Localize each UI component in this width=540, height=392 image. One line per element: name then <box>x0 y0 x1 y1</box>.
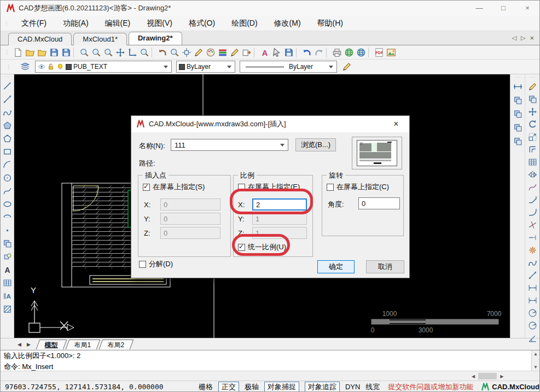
screen-save-icon[interactable] <box>283 46 295 58</box>
scale-y-field[interactable]: 1 <box>252 213 307 225</box>
document-tab[interactable]: CAD.MxCloud <box>8 33 72 45</box>
export-view-icon[interactable] <box>241 46 253 58</box>
array-icon[interactable] <box>527 156 538 168</box>
rotate-icon[interactable] <box>527 119 538 130</box>
polygon-icon[interactable] <box>2 133 13 144</box>
text-icon[interactable] <box>2 264 13 276</box>
scroll-right-icon[interactable]: ▶ <box>500 374 503 379</box>
order-above-icon[interactable] <box>512 122 524 133</box>
order-bring-front-icon[interactable] <box>512 95 524 106</box>
undo-icon[interactable] <box>301 46 313 58</box>
ucs-axis-icon[interactable] <box>126 46 138 58</box>
lineweight-pen-icon[interactable] <box>229 46 241 58</box>
zoom-in-icon[interactable] <box>90 46 102 58</box>
minimize-button[interactable]: — <box>467 1 491 16</box>
menu-item[interactable]: 修改(M) <box>266 17 309 30</box>
uniform-scale-checkbox[interactable] <box>238 244 245 251</box>
feedback-link[interactable]: 提交软件问题或增加新功能 <box>388 382 473 392</box>
layout-scroll-left-icon[interactable]: ◀ <box>15 342 24 347</box>
zoom-all-icon[interactable] <box>102 46 114 58</box>
rotation-onscreen-checkbox[interactable] <box>327 184 334 191</box>
close-button[interactable]: × <box>515 1 539 16</box>
select-brush-icon[interactable] <box>271 46 283 58</box>
fillet-icon[interactable] <box>527 207 538 218</box>
dim-linear-icon[interactable] <box>527 282 538 294</box>
hatch-icon[interactable] <box>2 303 13 315</box>
print-icon[interactable] <box>331 46 343 58</box>
maximize-button[interactable]: □ <box>491 1 515 16</box>
angle-field[interactable]: 0 <box>358 197 400 209</box>
dim-aligned-icon[interactable] <box>527 295 538 306</box>
object-grips-icon[interactable] <box>512 81 524 92</box>
horizontal-scrollbar[interactable]: ◀ ▶ <box>472 372 532 380</box>
polyline-icon[interactable] <box>2 107 13 118</box>
command-scrollbar[interactable]: ▲ ▼ <box>531 350 539 371</box>
layer-manager-icon[interactable] <box>20 61 31 73</box>
order-below-icon[interactable] <box>512 136 524 147</box>
dialog-title-bar[interactable]: CAD.MxCloud-[www.mxdraw3d.com]-[插入] × <box>131 116 409 132</box>
insert-y-field[interactable]: 0 <box>160 213 220 225</box>
sketch-pen-icon[interactable] <box>193 46 205 58</box>
tab-scroll-left-icon[interactable]: ◁ <box>512 34 516 42</box>
menu-item[interactable]: 绘图(D) <box>223 17 265 30</box>
command-line-panel[interactable]: 输入比例因子<1.000>: 2 命令: Mx_Insert ▲ ▼ <box>1 350 539 371</box>
polyline-edit-icon[interactable] <box>527 182 538 193</box>
open-website-icon[interactable] <box>355 46 367 58</box>
status-toggle[interactable]: DYN <box>345 383 360 391</box>
status-toggle[interactable]: 对象追踪 <box>305 382 340 392</box>
ellipse-icon[interactable] <box>2 198 13 210</box>
zoom-extents-icon[interactable] <box>78 46 90 58</box>
revision-cloud-icon[interactable] <box>527 257 538 268</box>
menu-item[interactable]: 格式(O) <box>181 17 223 30</box>
construction-line-icon[interactable] <box>2 93 13 105</box>
color-dropdown[interactable]: ByLayer <box>176 61 235 73</box>
new-file-icon[interactable] <box>12 46 24 58</box>
zoom-window-icon[interactable] <box>138 46 150 58</box>
menu-item[interactable]: 视图(V) <box>138 17 181 30</box>
scroll-down-icon[interactable]: ▼ <box>533 365 538 370</box>
layer-dropdown[interactable]: PUB_TEXT <box>35 61 172 73</box>
status-toggle[interactable]: 正交 <box>218 382 239 392</box>
ellipse-arc-icon[interactable] <box>2 212 13 223</box>
point-icon[interactable] <box>2 225 13 236</box>
status-toggle[interactable]: 极轴 <box>245 382 259 392</box>
spline-icon[interactable] <box>2 185 13 197</box>
dim-angular-icon[interactable] <box>527 332 538 344</box>
open-file-icon[interactable] <box>24 46 36 58</box>
rectangle-icon[interactable] <box>2 146 13 157</box>
line-icon[interactable] <box>2 80 13 92</box>
document-tab[interactable]: Drawing2* <box>129 32 182 45</box>
linetype-dropdown[interactable]: ByLayer <box>240 61 337 73</box>
status-toggle[interactable]: 线宽 <box>365 382 380 392</box>
export-pdf-icon[interactable] <box>373 46 385 58</box>
save-as-icon[interactable] <box>60 46 72 58</box>
scrollbar-thumb[interactable] <box>478 373 497 379</box>
chamfer-icon[interactable] <box>527 194 538 206</box>
layout-tab[interactable]: 模型 <box>36 340 67 349</box>
layout-tab[interactable]: 布局1 <box>66 340 100 349</box>
mtext-icon[interactable] <box>2 290 13 302</box>
dialog-close-icon[interactable]: × <box>388 119 404 129</box>
menu-item[interactable]: 编辑(E) <box>97 17 139 30</box>
export-image-icon[interactable] <box>385 46 397 58</box>
scale-icon[interactable] <box>527 131 538 143</box>
insert-x-field[interactable]: 0 <box>160 198 220 210</box>
text-style-icon[interactable] <box>259 46 271 58</box>
lineweight-brush-icon[interactable] <box>341 61 352 73</box>
block-name-dropdown[interactable]: 111 <box>171 139 288 151</box>
scale-z-field[interactable]: 1 <box>252 227 307 239</box>
status-toggle[interactable]: 栅格 <box>199 382 213 392</box>
create-block-icon[interactable] <box>2 251 13 262</box>
publish-web-icon[interactable] <box>343 46 355 58</box>
specify-onscreen-checkbox[interactable] <box>143 184 150 191</box>
scale-x-field[interactable]: 2 <box>252 198 307 210</box>
pan-icon[interactable] <box>114 46 126 58</box>
dim-radius-icon[interactable] <box>527 307 538 319</box>
dim-diameter-icon[interactable] <box>527 320 538 331</box>
save-icon[interactable] <box>48 46 60 58</box>
menu-item[interactable]: 文件(F) <box>13 17 55 30</box>
stretch-icon[interactable] <box>527 270 538 281</box>
trim-icon[interactable] <box>527 219 538 231</box>
insert-z-field[interactable]: 0 <box>160 227 220 239</box>
palette-icon[interactable] <box>205 46 217 58</box>
